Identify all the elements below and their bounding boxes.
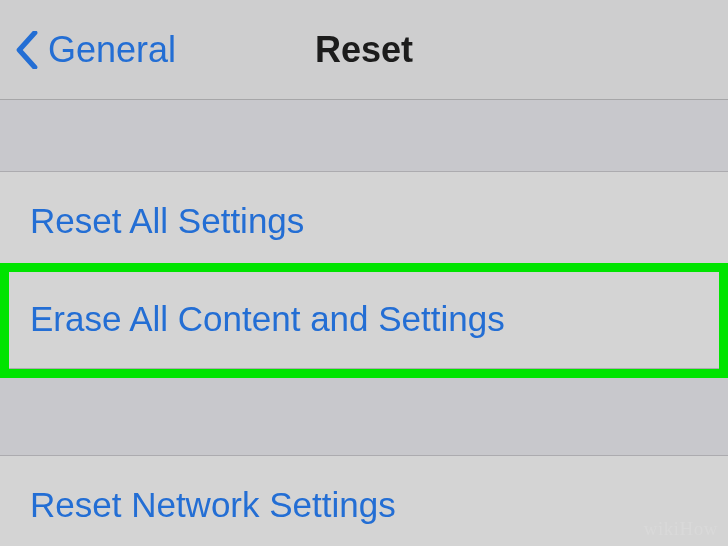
settings-screen: General Reset Reset All Settings Erase A…: [0, 0, 728, 546]
watermark: wikiHow: [644, 518, 718, 540]
cell-reset-all-settings[interactable]: Reset All Settings: [0, 172, 728, 270]
cell-label: Reset All Settings: [30, 201, 304, 241]
chevron-left-icon: [16, 31, 38, 69]
group-spacer: [0, 100, 728, 172]
group-spacer: [0, 368, 728, 456]
cell-reset-network-settings[interactable]: Reset Network Settings: [0, 456, 728, 546]
cell-erase-all-content[interactable]: Erase All Content and Settings: [0, 270, 728, 368]
navigation-bar: General Reset: [0, 0, 728, 100]
page-title: Reset: [315, 29, 413, 71]
back-button[interactable]: General: [16, 29, 176, 71]
cell-label: Reset Network Settings: [30, 485, 396, 525]
back-label: General: [48, 29, 176, 71]
cell-label: Erase All Content and Settings: [30, 299, 505, 339]
